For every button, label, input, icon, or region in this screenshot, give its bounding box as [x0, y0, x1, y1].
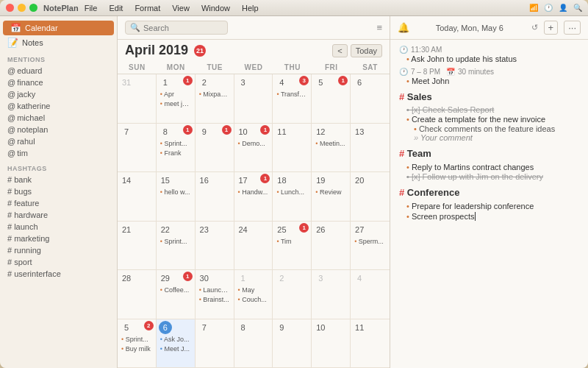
hashtag-item[interactable]: # launch — [0, 221, 117, 233]
day-number: 2 — [275, 272, 288, 285]
prev-month-button[interactable]: < — [332, 44, 347, 57]
day-cell[interactable]: 171Handw... — [234, 172, 273, 221]
day-cell[interactable]: 23 — [196, 222, 234, 270]
search-icon: 🔍 — [130, 23, 140, 32]
day-cell[interactable]: 18Lunch... — [273, 172, 312, 221]
hashtag-item[interactable]: # marketing — [0, 233, 117, 244]
day-cell[interactable]: 91 — [196, 124, 234, 172]
search-box[interactable]: 🔍 — [125, 21, 228, 35]
day-cell[interactable]: 3 — [234, 74, 273, 123]
badge: 1 — [183, 125, 193, 135]
day-cell[interactable]: 22Sprint... — [157, 222, 196, 270]
mention-item[interactable]: @ katherine — [0, 100, 117, 112]
reminder-icon[interactable]: 🔔 — [398, 22, 409, 33]
menu-file[interactable]: File — [85, 4, 98, 13]
day-number: 13 — [353, 125, 366, 138]
day-cell[interactable]: 19Review — [312, 172, 351, 221]
mention-item[interactable]: @ finance — [0, 77, 117, 88]
day-header-sat: SAT — [351, 61, 390, 74]
day-cell[interactable]: 52Sprint...Buy milk — [118, 319, 157, 368]
day-cell[interactable]: 6 — [351, 74, 390, 123]
titlebar: NotePlan File Edit Format View Window He… — [0, 0, 588, 16]
hashtag-item[interactable]: # userinterface — [0, 268, 117, 280]
day-event: Tim — [275, 237, 309, 246]
day-cell[interactable]: 251Tim — [273, 222, 312, 270]
day-event: Meetin... — [314, 139, 348, 148]
day-cell[interactable]: 51 — [312, 74, 351, 123]
mention-item[interactable]: @ eduard — [0, 65, 117, 77]
day-cell[interactable]: 21 — [118, 222, 157, 270]
menu-view[interactable]: View — [172, 4, 190, 13]
menu-help[interactable]: Help — [242, 4, 259, 13]
day-cell[interactable]: 4 — [351, 270, 390, 319]
note-item-cursor[interactable]: Screen prospects — [399, 211, 579, 222]
day-cell[interactable]: 10 — [312, 319, 351, 368]
day-cell[interactable]: 9 — [273, 319, 312, 368]
day-cell[interactable]: 26 — [312, 222, 351, 270]
day-event: Demo... — [237, 139, 270, 148]
day-cell[interactable]: 6Ask Jo...Meet J... — [157, 319, 196, 368]
sidebar: 📅 Calendar 📝 Notes MENTIONS @ eduard @ f… — [0, 16, 118, 368]
mention-item[interactable]: @ michael — [0, 112, 117, 124]
day-number-today: 6 — [159, 321, 172, 334]
day-cell[interactable]: 14 — [118, 172, 157, 221]
hashtag-item[interactable]: # running — [0, 244, 117, 256]
day-cell[interactable]: 8 — [234, 319, 273, 368]
day-cell[interactable]: 15hello w... — [157, 172, 196, 221]
day-cell[interactable]: 13 — [351, 124, 390, 172]
day-cell[interactable]: 81Sprint...Frank — [157, 124, 196, 172]
day-cell[interactable]: 2 — [273, 270, 312, 319]
mention-item[interactable]: @ jacky — [0, 88, 117, 100]
today-button[interactable]: Today — [351, 44, 382, 57]
day-cell[interactable]: 16 — [196, 172, 234, 221]
day-cell[interactable]: 101Demo... — [234, 124, 273, 172]
day-cell[interactable]: 1MayCouch... — [234, 270, 273, 319]
day-event: Coffee... — [159, 286, 193, 294]
add-button[interactable]: + — [544, 21, 559, 35]
day-cell[interactable]: 11Aprmeet jo... — [157, 74, 196, 123]
day-number: 8 — [237, 321, 250, 334]
right-panel: 🔔 Today, Mon, May 6 ↺ + ··· 🕐 11:30 AM A… — [390, 16, 588, 368]
day-number: 31 — [120, 76, 133, 89]
close-button[interactable] — [6, 4, 14, 12]
day-cell[interactable]: 11 — [273, 124, 312, 172]
day-cell[interactable]: 27Sperm... — [351, 222, 390, 270]
minimize-button[interactable] — [18, 4, 26, 12]
hashtag-item[interactable]: # sport — [0, 256, 117, 268]
day-cell[interactable]: 7 — [196, 319, 234, 368]
hashtag-item[interactable]: # bank — [0, 174, 117, 185]
mention-item[interactable]: @ rahul — [0, 135, 117, 147]
menu-format[interactable]: Format — [135, 4, 160, 13]
sidebar-item-calendar[interactable]: 📅 Calendar — [3, 21, 114, 35]
day-cell[interactable]: 3 — [312, 270, 351, 319]
time-icon: 🕐 — [544, 4, 553, 12]
maximize-button[interactable] — [29, 4, 37, 12]
day-event: Sprint... — [159, 237, 193, 246]
menu-window[interactable]: Window — [201, 4, 230, 13]
day-cell[interactable]: 28 — [118, 270, 157, 319]
day-number: 1 — [237, 272, 250, 285]
mention-item[interactable]: @ noteplan — [0, 124, 117, 135]
day-cell[interactable]: 24 — [234, 222, 273, 270]
day-cell[interactable]: 20 — [351, 172, 390, 221]
user-icon: 👤 — [559, 4, 567, 12]
mention-item[interactable]: @ tim — [0, 147, 117, 159]
day-cell[interactable]: 30Launch...Brainst... — [196, 270, 234, 319]
hashtag-item[interactable]: # bugs — [0, 185, 117, 197]
day-cell[interactable]: 31 — [118, 74, 157, 123]
day-number: 19 — [314, 174, 327, 187]
menu-edit[interactable]: Edit — [109, 4, 123, 13]
day-cell[interactable]: 12Meetin... — [312, 124, 351, 172]
more-button[interactable]: ··· — [564, 21, 581, 35]
grid-view-icon[interactable]: ≡ — [376, 22, 382, 33]
hashtag-item[interactable]: # feature — [0, 197, 117, 209]
day-cell[interactable]: 291Coffee... — [157, 270, 196, 319]
hashtag-item[interactable]: # hardware — [0, 209, 117, 221]
search-icon[interactable]: 🔍 — [573, 4, 582, 12]
day-cell[interactable]: 7 — [118, 124, 157, 172]
day-cell[interactable]: 43Transfo... — [273, 74, 312, 123]
search-input[interactable] — [143, 24, 223, 32]
day-cell[interactable]: 2Mixpan... — [196, 74, 234, 123]
sidebar-item-notes[interactable]: 📝 Notes — [0, 35, 117, 50]
day-cell[interactable]: 11 — [351, 319, 390, 368]
